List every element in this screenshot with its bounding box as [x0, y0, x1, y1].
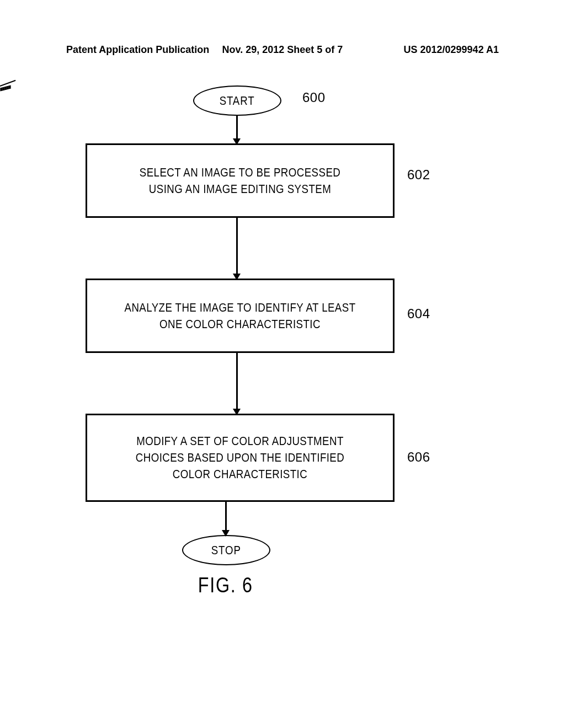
header-right: US 2012/0299942 A1 — [355, 44, 499, 56]
process-box-606: MODIFY A SET OF COLOR ADJUSTMENT CHOICES… — [86, 414, 395, 502]
arrow-3 — [236, 353, 238, 410]
header-left: Patent Application Publication — [66, 44, 210, 56]
page-header: Patent Application Publication Nov. 29, … — [0, 44, 565, 56]
figure-label: FIG. 6 — [193, 574, 258, 597]
process-box-604: ANALYZE THE IMAGE TO IDENTIFY AT LEAST O… — [86, 279, 395, 353]
terminal-start: START — [193, 85, 281, 116]
fig-text: FIG. 6 — [198, 574, 253, 597]
arrow-1 — [236, 116, 238, 140]
ref-label-600: 600 — [302, 90, 326, 105]
ref-label-606: 606 — [407, 449, 430, 465]
step1-text: SELECT AN IMAGE TO BE PROCESSED USING AN… — [124, 164, 356, 197]
flowchart-diagram: START 600 SELECT AN IMAGE TO BE PROCESSE… — [0, 85, 565, 582]
step3-text: MODIFY A SET OF COLOR ADJUSTMENT CHOICES… — [124, 433, 356, 482]
step2-text: ANALYZE THE IMAGE TO IDENTIFY AT LEAST O… — [124, 299, 356, 332]
terminal-stop: STOP — [182, 535, 270, 565]
arrow-4 — [225, 502, 227, 532]
arrow-2 — [236, 218, 238, 275]
start-text: START — [220, 94, 255, 108]
process-box-602: SELECT AN IMAGE TO BE PROCESSED USING AN… — [86, 143, 395, 218]
stop-text: STOP — [211, 543, 241, 558]
header-center: Nov. 29, 2012 Sheet 5 of 7 — [210, 44, 354, 56]
ref-label-604: 604 — [407, 306, 430, 322]
ref-label-602: 602 — [407, 167, 430, 183]
